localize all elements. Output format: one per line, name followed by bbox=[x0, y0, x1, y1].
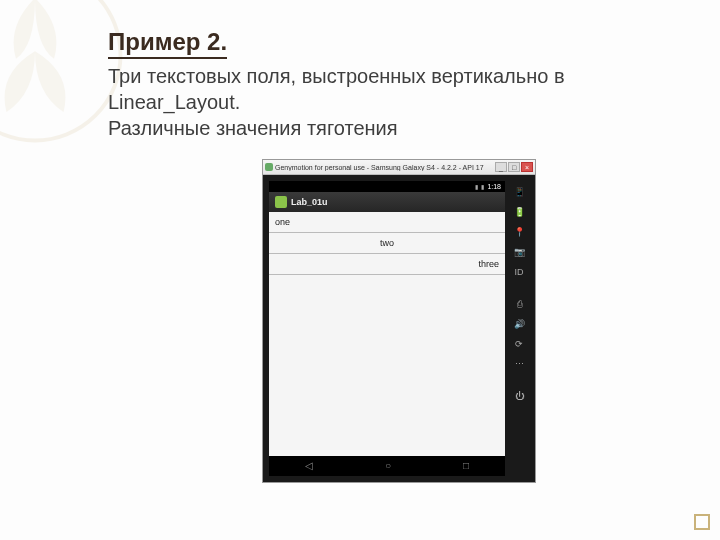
android-app-icon bbox=[275, 196, 287, 208]
screenshot-panel-icon[interactable]: ⎙ bbox=[512, 297, 526, 311]
textview-three: three bbox=[269, 254, 505, 275]
status-time: 1:18 bbox=[487, 183, 501, 190]
volume-panel-icon[interactable]: 🔊 bbox=[512, 317, 526, 331]
battery-panel-icon[interactable]: 🔋 bbox=[512, 205, 526, 219]
slide-corner-decoration bbox=[694, 514, 710, 530]
android-app-title: Lab_01u bbox=[291, 197, 328, 207]
window-title-text: Genymotion for personal use - Samsung Ga… bbox=[275, 164, 484, 171]
recent-icon[interactable]: □ bbox=[463, 461, 469, 471]
power-panel-icon[interactable]: ⏻ bbox=[512, 389, 526, 403]
emulator-window: Genymotion for personal use - Samsung Ga… bbox=[262, 159, 536, 483]
android-action-bar: Lab_01u bbox=[269, 192, 505, 212]
slide-description: Три текстовых поля, выстроенных вертикал… bbox=[108, 63, 690, 141]
camera-panel-icon[interactable]: 📷 bbox=[512, 245, 526, 259]
textview-two: two bbox=[269, 233, 505, 254]
rotate-panel-icon[interactable]: ⟳ bbox=[512, 337, 526, 351]
gps-panel-icon[interactable]: 📍 bbox=[512, 225, 526, 239]
emulator-side-panel: 📱 🔋 📍 📷 ID ⎙ 🔊 ⟳ ⋯ ⏻ bbox=[509, 181, 529, 476]
slide-title: Пример 2. bbox=[108, 28, 227, 59]
app-window-icon bbox=[265, 163, 273, 171]
app-screen: one two three bbox=[269, 212, 505, 456]
signal-icon: ▮ bbox=[475, 183, 478, 190]
android-nav-bar: ◁ ○ □ bbox=[269, 456, 505, 476]
android-status-bar: ▮ ▮ 1:18 bbox=[269, 181, 505, 192]
battery-icon: ▮ bbox=[481, 183, 484, 190]
phone-panel-icon[interactable]: 📱 bbox=[512, 185, 526, 199]
maximize-button[interactable]: □ bbox=[508, 162, 520, 172]
id-panel-icon[interactable]: ID bbox=[512, 265, 526, 279]
back-icon[interactable]: ◁ bbox=[305, 461, 313, 471]
phone-frame: ▮ ▮ 1:18 Lab_01u one two three ◁ bbox=[269, 181, 505, 476]
textview-one: one bbox=[269, 212, 505, 233]
more-panel-icon[interactable]: ⋯ bbox=[512, 357, 526, 371]
window-titlebar: Genymotion for personal use - Samsung Ga… bbox=[263, 160, 535, 175]
minimize-button[interactable]: _ bbox=[495, 162, 507, 172]
close-button[interactable]: × bbox=[521, 162, 533, 172]
home-icon[interactable]: ○ bbox=[385, 461, 391, 471]
